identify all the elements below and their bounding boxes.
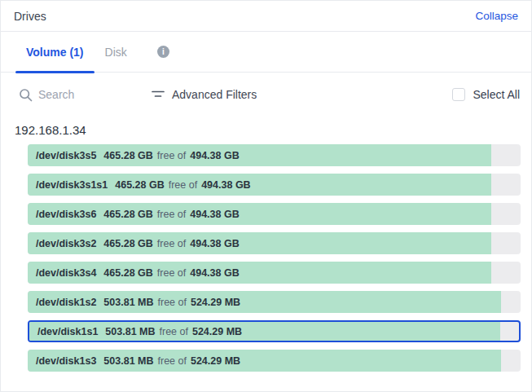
device-name: /dev/disk3s5 bbox=[36, 150, 96, 161]
select-all-label: Select All bbox=[473, 88, 520, 101]
total-value: 494.38 GB bbox=[190, 238, 239, 249]
drive-row-text: /dev/disk1s1 503.81 MB free of 524.29 MB bbox=[29, 322, 519, 341]
free-of-label: free of bbox=[160, 326, 188, 337]
free-value: 465.28 GB bbox=[103, 238, 152, 249]
free-of-label: free of bbox=[157, 267, 186, 279]
drives-panel: Drives Collapse Volume (1) Disk i Advanc… bbox=[0, 0, 532, 392]
free-of-label: free of bbox=[157, 150, 186, 161]
drive-row-text: /dev/disk1s3 503.81 MB free of 524.29 MB bbox=[28, 350, 521, 372]
drive-row-text: /dev/disk3s5 465.28 GB free of 494.38 GB bbox=[28, 144, 521, 166]
panel-header: Drives Collapse bbox=[1, 1, 531, 32]
free-of-label: free of bbox=[158, 297, 187, 308]
tab-disk-label: Disk bbox=[105, 46, 127, 59]
free-of-label: free of bbox=[169, 179, 197, 191]
drive-row[interactable]: /dev/disk1s1 503.81 MB free of 524.29 MB bbox=[28, 320, 521, 342]
drive-row[interactable]: /dev/disk3s2 465.28 GB free of 494.38 GB bbox=[28, 232, 521, 254]
drive-row-text: /dev/disk1s2 503.81 MB free of 524.29 MB bbox=[28, 291, 521, 313]
device-name: /dev/disk3s1s1 bbox=[36, 179, 108, 191]
tab-volume-label: Volume (1) bbox=[26, 46, 84, 59]
total-value: 494.38 GB bbox=[190, 267, 239, 279]
free-value: 503.81 MB bbox=[105, 326, 155, 337]
free-value: 465.28 GB bbox=[115, 179, 164, 191]
total-value: 524.29 MB bbox=[191, 355, 240, 367]
device-name: /dev/disk3s2 bbox=[36, 238, 96, 249]
drive-row[interactable]: /dev/disk3s5 465.28 GB free of 494.38 GB bbox=[28, 144, 521, 166]
select-all-control[interactable]: Select All bbox=[452, 88, 520, 101]
toolbar: Advanced Filters Select All bbox=[19, 83, 520, 106]
free-of-label: free of bbox=[157, 238, 186, 249]
drive-row-text: /dev/disk3s1s1 465.28 GB free of 494.38 … bbox=[28, 174, 521, 196]
drive-row-text: /dev/disk3s4 465.28 GB free of 494.38 GB bbox=[28, 262, 521, 284]
drive-row[interactable]: /dev/disk1s2 503.81 MB free of 524.29 MB bbox=[28, 291, 521, 313]
advanced-filters-button[interactable]: Advanced Filters bbox=[152, 88, 257, 101]
device-name: /dev/disk1s3 bbox=[36, 355, 96, 367]
free-value: 465.28 GB bbox=[103, 150, 152, 161]
device-name: /dev/disk1s1 bbox=[37, 326, 98, 337]
tab-volume[interactable]: Volume (1) bbox=[15, 32, 95, 72]
search-icon bbox=[19, 88, 33, 102]
total-value: 494.38 GB bbox=[201, 179, 250, 191]
search-input[interactable] bbox=[38, 88, 136, 101]
free-value: 503.81 MB bbox=[103, 355, 153, 367]
free-value: 465.28 GB bbox=[103, 267, 152, 279]
drive-row[interactable]: /dev/disk3s6 465.28 GB free of 494.38 GB bbox=[28, 203, 521, 225]
drive-row-text: /dev/disk3s6 465.28 GB free of 494.38 GB bbox=[28, 203, 521, 225]
device-name: /dev/disk3s6 bbox=[36, 209, 96, 220]
total-value: 494.38 GB bbox=[190, 209, 239, 220]
info-icon[interactable]: i bbox=[157, 46, 169, 58]
free-of-label: free of bbox=[158, 355, 187, 367]
free-value: 503.81 MB bbox=[103, 297, 153, 308]
drive-list: /dev/disk3s5 465.28 GB free of 494.38 GB… bbox=[28, 144, 521, 372]
device-name: /dev/disk1s2 bbox=[36, 297, 96, 308]
collapse-link[interactable]: Collapse bbox=[475, 10, 518, 22]
drive-row[interactable]: /dev/disk1s3 503.81 MB free of 524.29 MB bbox=[28, 350, 521, 372]
drive-row-text: /dev/disk3s2 465.28 GB free of 494.38 GB bbox=[28, 232, 521, 254]
device-name: /dev/disk3s4 bbox=[36, 267, 96, 279]
tab-disk[interactable]: Disk bbox=[95, 32, 138, 72]
total-value: 524.29 MB bbox=[192, 326, 242, 337]
search-box bbox=[19, 88, 152, 102]
drive-row[interactable]: /dev/disk3s4 465.28 GB free of 494.38 GB bbox=[28, 262, 521, 284]
tab-bar: Volume (1) Disk i bbox=[1, 32, 531, 73]
drive-row[interactable]: /dev/disk3s1s1 465.28 GB free of 494.38 … bbox=[28, 174, 521, 196]
total-value: 524.29 MB bbox=[191, 297, 240, 308]
total-value: 494.38 GB bbox=[190, 150, 239, 161]
free-value: 465.28 GB bbox=[103, 209, 152, 220]
host-ip: 192.168.1.34 bbox=[15, 123, 518, 137]
filter-lines-icon bbox=[152, 90, 165, 99]
free-of-label: free of bbox=[157, 209, 186, 220]
advanced-filters-label: Advanced Filters bbox=[172, 88, 257, 101]
select-all-checkbox[interactable] bbox=[452, 88, 465, 101]
panel-title: Drives bbox=[14, 10, 46, 23]
